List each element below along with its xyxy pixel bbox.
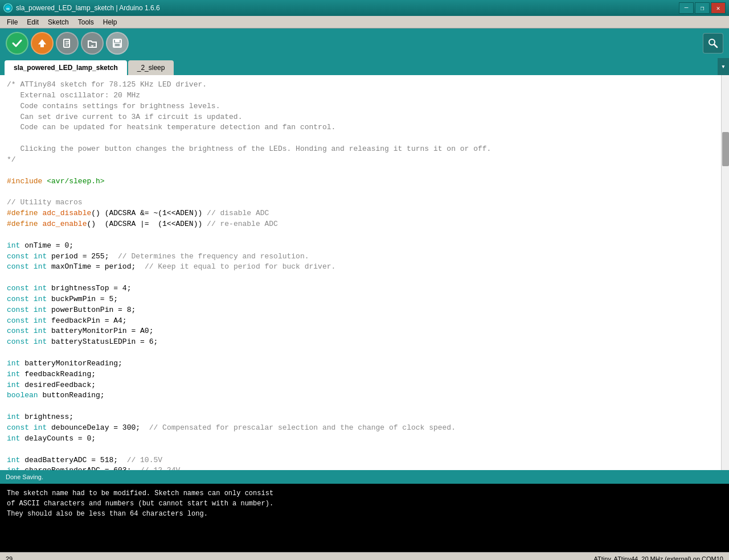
editor: /* ATTiny84 sketch for 78.125 KHz LED dr… xyxy=(0,75,729,470)
status-text: Done Saving. xyxy=(6,473,43,480)
console-line-3: They should also be less than 64 charact… xyxy=(7,509,722,519)
toolbar-left xyxy=(6,32,129,55)
search-button[interactable] xyxy=(703,33,723,53)
vertical-scrollbar[interactable] xyxy=(721,75,729,470)
titlebar-controls: ─ ❐ ✕ xyxy=(679,2,726,14)
titlebar-title: sla_powered_LED_lamp_sketch | Arduino 1.… xyxy=(16,4,160,12)
restore-button[interactable]: ❐ xyxy=(695,2,710,14)
board-info: ATtiny, ATtiny44, 20 MHz (external) on C… xyxy=(594,555,723,561)
app-icon: ∞ xyxy=(3,3,13,13)
menu-file[interactable]: File xyxy=(2,17,22,27)
scrollbar-thumb[interactable] xyxy=(722,132,729,166)
console-line-1: The sketch name had to be modified. Sket… xyxy=(7,488,722,499)
menubar: File Edit Sketch Tools Help xyxy=(0,16,729,28)
svg-text:∞: ∞ xyxy=(6,6,10,12)
menu-edit[interactable]: Edit xyxy=(22,17,43,27)
console-line-2: of ASCII characters and numbers (but can… xyxy=(7,499,722,509)
upload-button[interactable] xyxy=(31,32,54,55)
titlebar: ∞ sla_powered_LED_lamp_sketch | Arduino … xyxy=(0,0,729,16)
tab-dropdown-button[interactable]: ▾ xyxy=(718,58,729,75)
svg-line-11 xyxy=(714,44,717,47)
minimize-button[interactable]: ─ xyxy=(679,2,694,14)
verify-button[interactable] xyxy=(6,32,28,55)
line-number: 29 xyxy=(6,555,13,561)
titlebar-left: ∞ sla_powered_LED_lamp_sketch | Arduino … xyxy=(3,3,160,13)
svg-marker-2 xyxy=(38,39,46,47)
close-button[interactable]: ✕ xyxy=(711,2,726,14)
new-button[interactable] xyxy=(56,32,79,55)
svg-rect-8 xyxy=(115,39,120,42)
menu-sketch[interactable]: Sketch xyxy=(43,17,73,27)
save-button[interactable] xyxy=(106,32,129,55)
code-editor[interactable]: /* ATTiny84 sketch for 78.125 KHz LED dr… xyxy=(0,75,721,470)
statusbar: Done Saving. xyxy=(0,470,729,484)
console-output: The sketch name had to be modified. Sket… xyxy=(0,484,729,552)
svg-rect-9 xyxy=(114,43,120,47)
bottombar: 29 ATtiny, ATtiny44, 20 MHz (external) o… xyxy=(0,552,729,560)
tabbar: sla_powered_LED_lamp_sketch _2_sleep ▾ xyxy=(0,58,729,75)
menu-help[interactable]: Help xyxy=(99,17,122,27)
open-button[interactable] xyxy=(81,32,104,55)
toolbar xyxy=(0,28,729,58)
menu-tools[interactable]: Tools xyxy=(73,17,99,27)
tab-main[interactable]: sla_powered_LED_lamp_sketch xyxy=(5,60,127,75)
tab-sleep[interactable]: _2_sleep xyxy=(128,60,174,75)
